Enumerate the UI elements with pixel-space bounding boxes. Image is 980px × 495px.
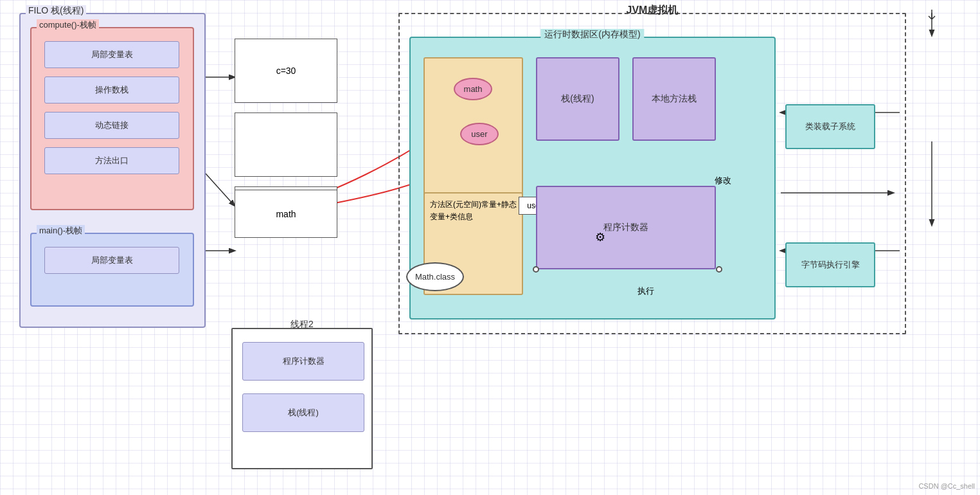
runtime-stack-thread: 栈(线程)	[536, 57, 619, 141]
operand-stack: 操作数栈	[44, 76, 179, 104]
local-var-table: 局部变量表	[44, 41, 179, 68]
user-ellipse-label: user	[471, 129, 487, 139]
main-frame-title: main()-栈帧	[37, 225, 85, 237]
math-ref-box: math	[235, 190, 337, 238]
modify-label: 修改	[715, 175, 731, 186]
c-value-label: c=30	[276, 66, 296, 76]
runtime-area-title: 运行时数据区(内存模型)	[540, 29, 644, 40]
math-ellipse: math	[454, 78, 492, 100]
jvm-container: JVM虚拟机 运行时数据区(内存模型) 堆 math user 栈(线程)	[398, 13, 906, 334]
dot-right	[716, 266, 722, 273]
compute-frame-title: compute()-栈帧	[37, 19, 99, 31]
main-frame: main()-栈帧 局部变量表	[30, 233, 194, 307]
class-loader-box: 类装载子系统	[785, 104, 875, 149]
execute-label: 执行	[637, 285, 654, 297]
dynamic-link: 动态链接	[44, 112, 179, 139]
mid-empty-box-1	[235, 113, 337, 177]
native-stack-box: 本地方法栈	[632, 57, 716, 141]
method-exit: 方法出口	[44, 147, 179, 174]
method-area-label: 方法区(元空间)常量+静态变量+类信息	[425, 194, 522, 228]
compute-frame: compute()-栈帧 局部变量表 操作数栈 动态链接 方法出口	[30, 27, 194, 210]
c-value-box: c=30	[235, 39, 337, 103]
bytecode-engine-box: 字节码执行引擎	[785, 242, 875, 287]
thread2-container: 线程2 程序计数器 栈(线程)	[231, 328, 373, 469]
gear-icon: ⚙	[591, 228, 610, 247]
math-ellipse-label: math	[464, 84, 483, 94]
math-class-label: Math.class	[415, 272, 455, 282]
thread2-stack: 栈(线程)	[242, 393, 364, 432]
class-loader-label: 类装载子系统	[805, 121, 855, 132]
math-label: math	[276, 209, 296, 219]
native-stack-label: 本地方法栈	[652, 93, 697, 105]
filo-stack-container: FILO 栈(线程) compute()-栈帧 局部变量表 操作数栈 动态链接 …	[19, 13, 206, 328]
execute-text: 执行	[637, 286, 654, 296]
main-local-var-table: 局部变量表	[44, 247, 179, 274]
program-counter-box: 程序计数器	[536, 186, 716, 269]
watermark: CSDN @Cc_shell	[918, 482, 975, 490]
thread2-program-counter: 程序计数器	[242, 342, 364, 381]
top-arrow-indicator	[925, 10, 938, 19]
modify-text: 修改	[715, 176, 731, 185]
runtime-stack-label: 栈(线程)	[561, 93, 594, 105]
program-counter-label: 程序计数器	[603, 222, 648, 233]
bytecode-engine-label: 字节码执行引擎	[801, 259, 860, 271]
dot-left	[533, 266, 539, 273]
jvm-title: JVM虚拟机	[627, 4, 679, 17]
math-class-ellipse: Math.class	[406, 262, 464, 291]
thread2-title: 线程2	[290, 319, 314, 330]
filo-title: FILO 栈(线程)	[26, 5, 86, 17]
user-ellipse: user	[460, 123, 499, 145]
